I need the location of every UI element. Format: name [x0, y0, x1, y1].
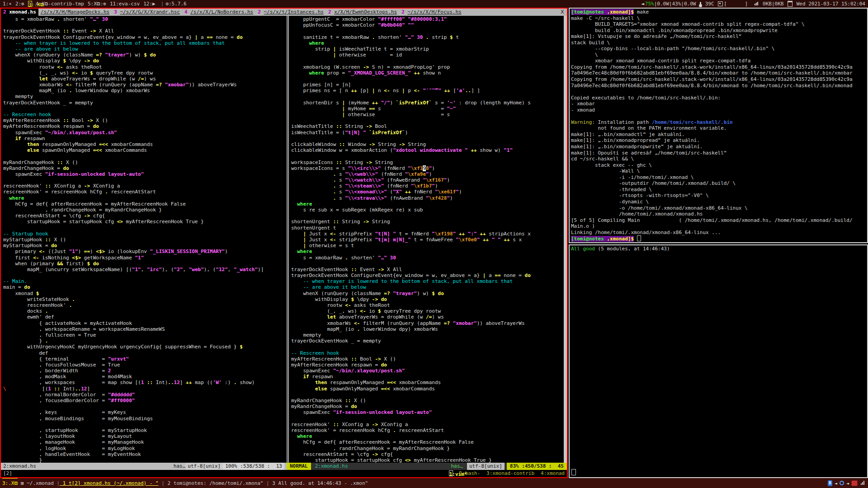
terminal-line: Main.o ) — [571, 223, 866, 230]
window-title-focused[interactable]: 1 t[2] xmonad.hs (~/.xmonad) - " — [60, 479, 159, 488]
workspace-list: 1:∗2:⊕3:.X⧉4:X⧉-contrib-tmp5:X⧉:⊕11:eva-… — [3, 0, 187, 8]
code-line: trayerDockEventHook ConfigureEvent{ev_wi… — [3, 34, 287, 40]
code-line — [291, 136, 564, 141]
tab--s-x-X-H-Focus.hs[interactable]: 2 ~/s/x/X/H/Focus.hs — [399, 9, 463, 16]
workspace-4[interactable]: 4:X⧉-contrib-tmp — [36, 0, 84, 8]
tray-keyboard-icon[interactable] — [851, 480, 858, 486]
terminal-line: make[1]: „.bin/xmonadpropwrite“ je aktuá… — [571, 144, 866, 150]
code-line: , handleEventHook = myEventHook — [3, 451, 287, 457]
top-status-bar: 1:∗2:⊕3:.X⧉4:X⧉-contrib-tmp5:X⧉:⊕11:eva-… — [0, 0, 868, 8]
code-line: , workspaces = map show [(1 :: Int)..12]… — [3, 380, 287, 385]
vim-pane-middle[interactable]: ppUrgentC = xmobarColor "#ffff00" "#8000… — [289, 16, 564, 463]
tab--s-x-X-H-ManageDocks.hs[interactable]: /s/x/X/H/ManageDocks.hs — [38, 9, 112, 16]
workspace-3-current[interactable]: 3:.X⧉ — [2, 478, 18, 488]
code-line: spawnExec "if-session-unlocked layout-au… — [291, 409, 564, 415]
tray-speaker-icon[interactable]: ◄ — [846, 479, 849, 488]
code-line: main = do — [3, 284, 287, 290]
terminal-line: -threaded \ — [571, 187, 866, 193]
code-line — [291, 58, 564, 64]
tmux-window-4-xmonad[interactable]: 4:xmonad — [541, 470, 565, 476]
code-line: -- Rescreen hook — [291, 350, 564, 356]
terminal-line: [tomi@notes ,xmonad]$ make — [571, 9, 866, 15]
code-line: rescreenHook' = rescreenHook hCfg . resc… — [291, 427, 564, 433]
code-line: else spawnOnlyManaged =<< xmobarCommands — [3, 147, 287, 153]
code-line: mempty — [3, 94, 287, 99]
workspace-12[interactable]: 12:▶ — [143, 0, 156, 8]
code-line — [3, 272, 287, 278]
tray-clock-icon[interactable] — [840, 481, 844, 485]
vim-cursor: 9 — [423, 165, 426, 171]
statusline-flags: has… — [174, 463, 186, 470]
terminal-line: xmobar xmonad xmonad-contrib split regex… — [571, 58, 866, 64]
code-line: where — [3, 195, 287, 201]
workspace-2[interactable]: 2:⊕ — [15, 0, 24, 8]
tray-network-icon[interactable] — [861, 479, 865, 488]
code-line: spawnExec "~/bin/.xlayout/post.sh" — [291, 368, 564, 374]
tab-close-button[interactable]: X — [557, 9, 567, 16]
workspace-3-current[interactable]: 3:.X⧉ — [28, 1, 32, 7]
tab--s-x-t-Instances.hs[interactable]: 2 ~/s/x/t/Instances.hs — [255, 9, 326, 16]
code-line: | otherwise = s — [291, 112, 564, 117]
code-line: -- Rescreen hook — [3, 112, 287, 117]
tab-xmonad.hs[interactable]: 2 xmonad.hs — [1, 9, 38, 16]
watch-terminal-window[interactable]: All good (5 modules, at 14:46:43) — [569, 244, 868, 478]
tray-volume-icon[interactable]: ◄ — [835, 479, 837, 488]
tab--s-x-X-L-NoBorders.hs[interactable]: 4 /s/x/X/L/NoBorders.hs — [182, 9, 255, 16]
code-line: , layoutHook = myLayout — [3, 433, 287, 439]
window-title-list: 3:.X⧉ ⊞ ~/.xmonad | 1 t[2] xmonad.hs (~/… — [2, 478, 368, 488]
build-terminal-window[interactable]: [tomi@notes ,xmonad]$ makemake -C ~/src-… — [569, 8, 868, 243]
code-line: , modMask = mod4Mask — [3, 374, 287, 380]
terminal-line: 7a0496e7ec48c80df0f6b682abd81ebf69ee0aa/… — [571, 83, 866, 89]
terminal-line: [5 of 5] Compiling Main ( /home/tomi/.xm… — [571, 217, 866, 224]
code-line: if respawn — [3, 136, 287, 141]
system-stats: ◄75%|0.0W|43%|0.0W 39C [ ] 0KB|0KB Wed 2… — [641, 0, 865, 8]
terminal-line: Copying from /home/tomi/src-haskell/.sta… — [571, 64, 866, 70]
terminal-line: Warning: Installation path /home/tomi/sr… — [571, 119, 866, 126]
tmux-window-2-bash-[interactable]: 2:bash- — [459, 470, 480, 476]
code-line: startupHook = startupHook cfg <> myAfter… — [291, 457, 564, 463]
terminal-line: Copying from /home/tomi/src-haskell/.sta… — [571, 76, 866, 83]
workspace-11[interactable]: 11:eva-csv — [110, 0, 140, 8]
terminal-line: -outputdir /home/tomi/.xmonad/.build/ \ — [571, 180, 866, 187]
code-line: let aboveTrayerWs = dropWhile (w /=) ws — [3, 76, 287, 82]
code-line: myStartupHook = do — [3, 243, 287, 249]
tmux-status-bar: [2] 1:vim*2:bash-3:xmonad-contrib4:xmona… — [1, 470, 567, 477]
code-line: withDisplay $ \dpy -> do — [3, 58, 287, 64]
tab-x-X-H-EwmhDesktops.hs[interactable]: 2 x/X/H/EwmhDesktops.hs — [326, 9, 399, 16]
code-line: when (primary && first) $ do — [3, 261, 287, 267]
vim-tabline: 2 xmonad.hs/s/x/X/H/ManageDocks.hs3 ~/s/… — [1, 9, 567, 16]
terminal-scrollbar[interactable] — [564, 16, 567, 463]
vim-pane-left[interactable]: s = xmobarRaw . shorten' "…" 30 trayerDo… — [1, 16, 287, 463]
workspace-1[interactable]: 1:∗ — [3, 0, 12, 8]
terminal-line: Linking /home/tomi/.xmonad/xmonad-x86_64… — [571, 230, 866, 236]
code-line — [291, 94, 564, 99]
tab--s-X-G-X-Xrandr.hsc[interactable]: 3 ~/s/X/G/X/Xrandr.hsc — [112, 9, 182, 16]
terminal-line: -i -i/home/tomi/.xmonad \ — [571, 174, 866, 181]
vim-panes: s = xmobarRaw . shorten' "…" 30 trayerDo… — [1, 16, 567, 463]
code-line: myRandrChangeHook = do — [291, 404, 564, 409]
code-line — [291, 344, 564, 350]
code-line: , normalBorderColor = "#dddddd" — [3, 392, 287, 398]
code-line: rescreenHook' :: XConfig a -> XConfig a — [291, 422, 564, 427]
code-line: -- Startup hook — [3, 231, 287, 237]
terminal-line: stack build \ — [571, 40, 866, 46]
code-line: } . — [3, 338, 287, 344]
code-line: withDisplay $ \dpy -> do — [291, 296, 564, 302]
code-line: , fullscreen = True — [3, 332, 287, 338]
code-line: mapM_ (io . lowerWindow dpy) xmobarWs — [291, 326, 564, 332]
tmux-window-3-xmonad-contrib[interactable]: 3:xmonad-contrib — [486, 470, 534, 476]
code-line: rootw <- asks theRoot — [291, 302, 564, 308]
code-line: { activateHook = myActivateHook — [3, 320, 287, 326]
code-line: ppUrgentC = xmobarColor "#ffff00" "#8000… — [291, 16, 564, 22]
code-line: primes [n] = [n] — [291, 82, 564, 88]
vim-terminal-window[interactable]: 2 xmonad.hs/s/x/X/H/ManageDocks.hs3 ~/s/… — [0, 8, 568, 478]
tmux-window-1-vim-[interactable]: 1:vim* — [449, 470, 453, 476]
code-line: trayerDockEventHook :: Event -> X All — [291, 267, 564, 272]
code-line: shortenDir s | (myHome ++ "/") `isPrefix… — [291, 100, 564, 106]
code-line: hCfg = def{ afterRescreenHook = myAfterR… — [3, 201, 287, 207]
code-line: myRandrChangeHook :: X () — [291, 398, 564, 404]
workspace-5[interactable]: 5:X⧉:⊕ — [88, 0, 106, 8]
code-line: trayerDockEventHook ConfigureEvent{ev_wi… — [291, 272, 564, 278]
tray-bluetooth-icon[interactable]: B — [828, 480, 832, 486]
code-line — [3, 422, 287, 427]
